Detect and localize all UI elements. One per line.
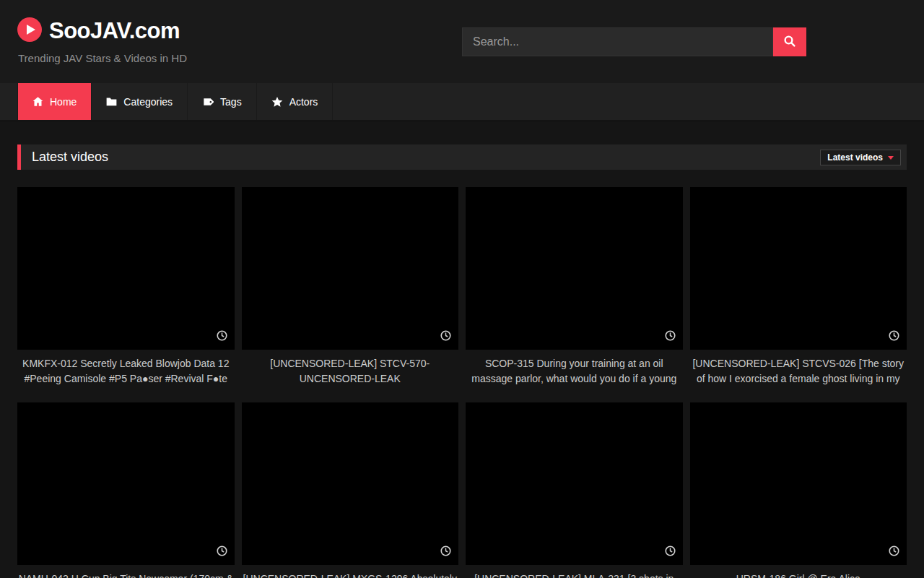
video-grid: KMKFX-012 Secretly Leaked Blowjob Data 1… bbox=[17, 187, 907, 578]
section-title: Latest videos bbox=[32, 150, 108, 165]
search-form bbox=[462, 27, 806, 56]
sort-dropdown-button[interactable]: Latest videos bbox=[820, 150, 901, 165]
magnifier-icon bbox=[783, 35, 796, 50]
clock-icon bbox=[440, 330, 451, 344]
home-icon bbox=[32, 96, 43, 107]
nav-item-label: Categories bbox=[123, 96, 173, 108]
clock-icon bbox=[889, 330, 899, 344]
star-icon bbox=[271, 96, 283, 108]
video-title: KMKFX-012 Secretly Leaked Blowjob Data 1… bbox=[17, 350, 235, 387]
section-accent-bar bbox=[17, 144, 21, 170]
nav-item-home[interactable]: Home bbox=[17, 83, 92, 120]
video-card[interactable]: SCOP-315 During your training at an oil … bbox=[466, 187, 683, 387]
page-content: Latest videos Latest videos KMKFX-012 Se… bbox=[0, 144, 924, 578]
video-card[interactable]: [UNCENSORED-LEAK] STCVS-026 [The story o… bbox=[690, 187, 907, 387]
video-card[interactable]: KMKFX-012 Secretly Leaked Blowjob Data 1… bbox=[17, 187, 235, 387]
play-circle-icon bbox=[17, 17, 42, 45]
folder-icon bbox=[106, 96, 117, 107]
video-card[interactable]: [UNCENSORED-LEAK] MXGS-1296 Absolutely bbox=[242, 402, 459, 578]
video-title: [UNCENSORED-LEAK] MXGS-1296 Absolutely bbox=[242, 565, 459, 578]
video-thumbnail bbox=[17, 402, 235, 565]
site-logo[interactable]: SooJAV.com bbox=[17, 17, 180, 45]
video-thumbnail bbox=[242, 402, 459, 565]
video-title: [UNCENSORED-LEAK] STCV-570-UNCENSORED-LE… bbox=[242, 350, 459, 387]
video-card[interactable]: [UNCENSORED-LEAK] STCV-570-UNCENSORED-LE… bbox=[242, 187, 459, 387]
video-title: [UNCENSORED-LEAK] STCVS-026 [The story o… bbox=[690, 350, 907, 387]
nav-item-label: Tags bbox=[220, 96, 242, 108]
video-thumbnail bbox=[690, 187, 907, 350]
section-header: Latest videos Latest videos bbox=[17, 144, 907, 170]
video-thumbnail bbox=[690, 402, 907, 565]
caret-down-icon bbox=[888, 156, 894, 163]
video-title: URSM-186 Girl @ Era Alice bbox=[690, 565, 907, 578]
main-nav: Home Categories Tags Actors bbox=[0, 83, 924, 122]
search-button[interactable] bbox=[773, 27, 806, 56]
video-title: NAMH-042 H Cup Big Tits Newcomer (170cm … bbox=[17, 565, 235, 578]
clock-icon bbox=[889, 545, 899, 559]
video-card[interactable]: [UNCENSORED-LEAK] MLA-231 [3 shots in bbox=[466, 402, 683, 578]
logo-text: SooJAV.com bbox=[49, 18, 180, 44]
nav-item-categories[interactable]: Categories bbox=[92, 83, 188, 120]
clock-icon bbox=[440, 545, 451, 559]
nav-item-label: Home bbox=[50, 96, 77, 108]
video-thumbnail bbox=[17, 187, 235, 350]
video-title: SCOP-315 During your training at an oil … bbox=[466, 350, 683, 387]
nav-item-actors[interactable]: Actors bbox=[257, 83, 334, 120]
video-thumbnail bbox=[466, 402, 683, 565]
video-thumbnail bbox=[242, 187, 459, 350]
search-input[interactable] bbox=[462, 27, 773, 56]
clock-icon bbox=[665, 330, 676, 344]
tags-icon bbox=[202, 96, 214, 108]
video-card[interactable]: NAMH-042 H Cup Big Tits Newcomer (170cm … bbox=[17, 402, 235, 578]
clock-icon bbox=[217, 330, 227, 344]
nav-item-tags[interactable]: Tags bbox=[188, 83, 257, 120]
video-title: [UNCENSORED-LEAK] MLA-231 [3 shots in bbox=[466, 565, 683, 578]
site-header: SooJAV.com Trending JAV Stars & Videos i… bbox=[0, 0, 924, 83]
site-tagline: Trending JAV Stars & Videos in HD bbox=[18, 52, 187, 64]
sort-dropdown-label: Latest videos bbox=[827, 152, 883, 163]
clock-icon bbox=[665, 545, 676, 559]
clock-icon bbox=[217, 545, 227, 559]
video-thumbnail bbox=[466, 187, 683, 350]
video-card[interactable]: URSM-186 Girl @ Era Alice bbox=[690, 402, 907, 578]
nav-item-label: Actors bbox=[289, 96, 318, 108]
